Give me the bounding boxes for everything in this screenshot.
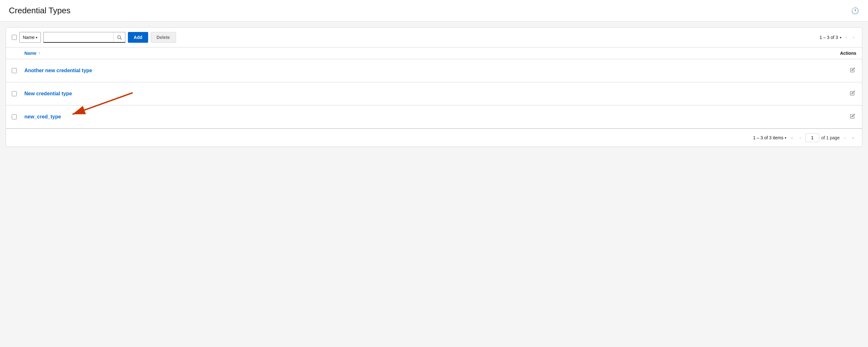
page-label: of 1 page [821, 135, 839, 140]
footer-first-button[interactable]: « [789, 134, 795, 141]
page-input-container: of 1 page [805, 133, 839, 142]
edit-icon-1 [850, 67, 855, 72]
row-name-3: new_cred_type [24, 114, 831, 120]
footer-items-text: 1 – 3 of 3 items [753, 135, 783, 140]
toolbar: Name ▾ Add Delete 1 – 3 of 3 ▾ ‹ › [6, 28, 862, 48]
search-input[interactable] [44, 32, 113, 42]
row-actions-3 [831, 113, 856, 121]
pagination-summary: 1 – 3 of 3 [819, 35, 838, 40]
delete-button[interactable]: Delete [151, 32, 176, 43]
row-select-checkbox-2[interactable] [12, 91, 17, 96]
credential-type-link-2[interactable]: New credential type [24, 91, 72, 96]
edit-button-2[interactable] [849, 89, 856, 98]
page-header: Credential Types 🕐 [0, 0, 868, 22]
footer-prev-button[interactable]: ‹ [798, 134, 803, 141]
name-col-label: Name [24, 51, 36, 56]
table-row: New credential type [6, 82, 862, 105]
row-name-1: Another new credential type [24, 68, 831, 73]
search-input-container [43, 32, 125, 43]
edit-button-3[interactable] [849, 113, 856, 121]
header-name-col: Name ↑ [24, 51, 831, 56]
actions-col-label: Actions [840, 51, 856, 56]
select-all-checkbox[interactable] [12, 35, 17, 40]
svg-line-1 [120, 38, 122, 39]
add-button[interactable]: Add [128, 32, 148, 43]
table-row: Another new credential type [6, 59, 862, 82]
page-number-input[interactable] [805, 133, 819, 142]
pagination-dropdown-arrow-icon[interactable]: ▾ [840, 36, 841, 39]
footer-next-button[interactable]: › [842, 134, 848, 141]
edit-button-1[interactable] [849, 66, 856, 75]
row-name-2: New credential type [24, 91, 831, 97]
footer-items-dropdown-arrow-icon[interactable]: ▾ [785, 136, 786, 139]
table-row: new_cred_type [6, 105, 862, 129]
row-actions-2 [831, 89, 856, 98]
row-actions-1 [831, 66, 856, 75]
row-checkbox-3 [12, 114, 24, 119]
sort-asc-icon: ↑ [38, 51, 40, 55]
header-actions-col: Actions [831, 51, 856, 56]
history-icon[interactable]: 🕐 [851, 7, 859, 14]
search-button[interactable] [113, 32, 125, 42]
credential-type-link-3[interactable]: new_cred_type [24, 114, 61, 119]
pagination-top: 1 – 3 of 3 ▾ ‹ › [819, 34, 856, 41]
name-sort-button[interactable]: Name ↑ [24, 51, 831, 56]
filter-select[interactable]: Name ▾ [19, 32, 41, 43]
pagination-prev-button[interactable]: ‹ [843, 34, 849, 41]
pagination-next-button[interactable]: › [851, 34, 856, 41]
filter-dropdown-arrow-icon: ▾ [36, 36, 37, 39]
footer-last-button[interactable]: » [850, 134, 856, 141]
footer-items-summary: 1 – 3 of 3 items ▾ [753, 135, 786, 140]
row-checkbox-2 [12, 91, 24, 96]
table-header: Name ↑ Actions [6, 48, 862, 59]
table-footer: 1 – 3 of 3 items ▾ « ‹ of 1 page › » [6, 129, 862, 147]
edit-icon-3 [850, 114, 855, 119]
row-checkbox-1 [12, 68, 24, 73]
edit-icon-2 [850, 91, 855, 96]
credential-type-link-1[interactable]: Another new credential type [24, 68, 92, 73]
page-title: Credential Types [9, 6, 70, 15]
search-icon [117, 35, 122, 40]
content-area: Name ▾ Add Delete 1 – 3 of 3 ▾ ‹ › [6, 27, 862, 147]
filter-label: Name [23, 35, 34, 40]
row-select-checkbox-1[interactable] [12, 68, 17, 73]
row-select-checkbox-3[interactable] [12, 114, 17, 119]
